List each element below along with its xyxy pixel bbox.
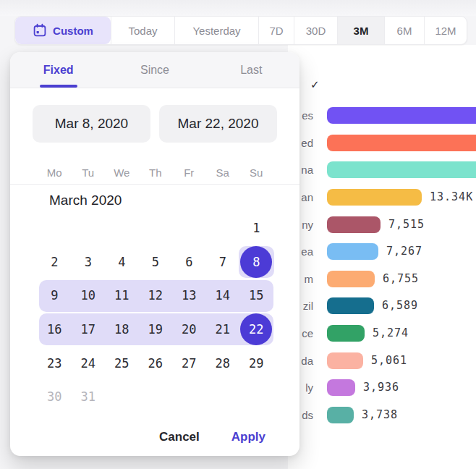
day-cell-4[interactable]: 4 [105, 245, 139, 279]
country-value: 13.34K [430, 189, 473, 206]
time-range-picker: CustomTodayYesterday7D30D3M6M12M [14, 16, 467, 45]
top-gradient-strip [0, 0, 476, 16]
country-value: 7,267 [386, 243, 422, 260]
day-cell-14[interactable]: 14 [206, 279, 240, 313]
tab-last[interactable]: Last [203, 52, 299, 88]
cancel-button[interactable]: Cancel [159, 430, 200, 444]
date-range-popover: FixedSinceLast MoTuWeThFrSaSu March 2020… [10, 52, 299, 456]
range-option-today[interactable]: Today [111, 17, 174, 44]
day-cell-28[interactable]: 28 [206, 346, 240, 380]
day-cell-18[interactable]: 18 [105, 313, 139, 347]
range-option-6m[interactable]: 6M [384, 17, 424, 44]
country-bar[interactable] [327, 243, 378, 260]
country-bar[interactable] [327, 107, 476, 124]
day-cell-7[interactable]: 7 [206, 245, 240, 279]
date-mode-tabs: FixedSinceLast [10, 52, 299, 88]
day-cell-29[interactable]: 29 [239, 346, 273, 380]
day-cell-1[interactable]: 1 [239, 211, 273, 245]
day-cell-20[interactable]: 20 [172, 313, 206, 347]
day-cell-15[interactable]: 15 [239, 279, 273, 313]
range-option-30d[interactable]: 30D [294, 17, 337, 44]
checkmark-icon: ✓ [310, 78, 320, 91]
range-option-label: 30D [306, 25, 326, 37]
day-cell-19[interactable]: 19 [139, 313, 173, 347]
country-value: 7,515 [388, 216, 425, 233]
country-value: 3,936 [363, 379, 399, 396]
day-cell-16[interactable]: 16 [38, 313, 72, 347]
day-cell-5[interactable]: 5 [139, 245, 173, 279]
country-bar[interactable] [327, 189, 422, 206]
to-date-input[interactable] [159, 105, 277, 143]
calendar-icon [33, 23, 47, 38]
day-cell-13[interactable]: 13 [172, 279, 206, 313]
weekday-sa: Sa [206, 166, 240, 179]
country-value: 5,274 [373, 325, 409, 342]
range-option-7d[interactable]: 7D [258, 17, 294, 44]
day-cell-10[interactable]: 10 [72, 279, 106, 313]
country-bar[interactable] [327, 135, 476, 151]
divider [10, 184, 299, 185]
day-cell-25[interactable]: 25 [105, 346, 139, 380]
range-option-label: 12M [435, 25, 456, 37]
day-cell-27[interactable]: 27 [172, 346, 206, 380]
country-bar[interactable] [327, 379, 355, 396]
weekday-fr: Fr [172, 166, 206, 179]
range-option-label: 3M [354, 25, 369, 37]
day-cell-3[interactable]: 3 [72, 245, 106, 279]
country-value: 6,755 [383, 271, 419, 287]
weekday-header: MoTuWeThFrSaSu [38, 161, 273, 184]
weekday-su: Su [239, 166, 273, 179]
range-option-3m[interactable]: 3M [337, 17, 384, 44]
month-label: March 2020 [49, 193, 122, 208]
range-option-12m[interactable]: 12M [424, 17, 467, 44]
country-bar[interactable] [327, 407, 354, 423]
tab-fixed[interactable]: Fixed [10, 52, 106, 88]
day-cell-31[interactable]: 31 [72, 380, 106, 414]
range-option-custom[interactable]: Custom [15, 17, 111, 44]
day-cell-8[interactable]: 8 [239, 245, 273, 279]
weekday-mo: Mo [38, 166, 72, 179]
range-option-label: Yesterday [192, 25, 240, 37]
range-option-label: Today [128, 25, 157, 37]
day-cell-26[interactable]: 26 [139, 346, 173, 380]
day-cell-12[interactable]: 12 [139, 279, 173, 313]
from-date-input[interactable] [33, 105, 150, 143]
country-value: 6,589 [382, 297, 418, 314]
range-option-label: Custom [53, 25, 93, 37]
calendar-grid: 1234567891011121314151617181920212223242… [38, 211, 273, 414]
weekday-we: We [105, 166, 139, 179]
tab-since[interactable]: Since [106, 52, 203, 88]
day-cell-24[interactable]: 24 [72, 346, 106, 380]
weekday-th: Th [139, 166, 173, 179]
country-bar[interactable] [327, 161, 476, 178]
country-bar[interactable] [327, 216, 381, 233]
country-bar[interactable] [327, 271, 375, 287]
weekday-tu: Tu [72, 166, 106, 179]
day-cell-11[interactable]: 11 [105, 279, 139, 313]
day-cell-17[interactable]: 17 [72, 313, 106, 347]
range-option-label: 6M [397, 25, 412, 37]
country-value: 5,061 [371, 352, 407, 369]
day-cell-6[interactable]: 6 [172, 245, 206, 279]
day-cell-30[interactable]: 30 [38, 380, 72, 414]
apply-button[interactable]: Apply [231, 430, 265, 444]
country-bar[interactable] [327, 352, 363, 369]
country-bar[interactable] [327, 325, 365, 342]
day-cell-9[interactable]: 9 [38, 279, 72, 313]
popover-footer: Cancel Apply [159, 430, 265, 444]
range-option-yesterday[interactable]: Yesterday [174, 17, 258, 44]
day-cell-2[interactable]: 2 [38, 245, 72, 279]
day-cell-21[interactable]: 21 [206, 313, 240, 347]
range-option-label: 7D [269, 25, 283, 37]
country-bar[interactable] [327, 297, 374, 314]
country-value: 3,738 [362, 407, 398, 423]
day-cell-23[interactable]: 23 [38, 346, 72, 380]
day-cell-22[interactable]: 22 [239, 313, 273, 347]
